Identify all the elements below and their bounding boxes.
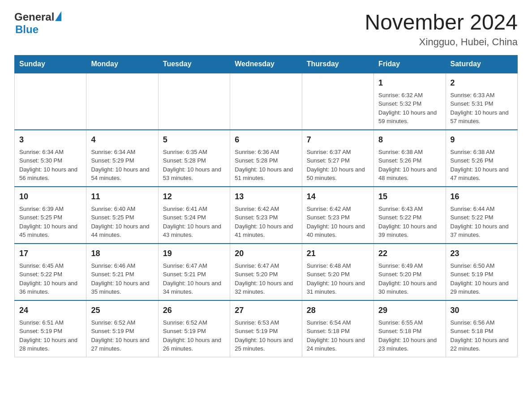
day-cell [86,73,158,130]
day-number: 30 [450,304,513,317]
day-cell: 15Sunrise: 6:43 AMSunset: 5:22 PMDayligh… [374,187,446,244]
day-info: Sunrise: 6:47 AMSunset: 5:20 PMDaylight:… [235,261,297,296]
day-number: 2 [450,77,513,89]
day-number: 6 [235,134,297,146]
day-info: Sunrise: 6:34 AMSunset: 5:29 PMDaylight:… [91,148,153,183]
day-info: Sunrise: 6:41 AMSunset: 5:24 PMDaylight:… [163,205,225,240]
day-number: 23 [450,248,513,260]
day-cell: 27Sunrise: 6:53 AMSunset: 5:19 PMDayligh… [230,300,302,357]
day-header-friday: Friday [374,55,446,73]
day-number: 29 [378,304,441,317]
day-cell [158,73,230,130]
day-number: 1 [378,77,441,89]
day-cell: 16Sunrise: 6:44 AMSunset: 5:22 PMDayligh… [446,187,517,244]
day-cell: 19Sunrise: 6:47 AMSunset: 5:21 PMDayligh… [158,244,230,300]
day-info: Sunrise: 6:35 AMSunset: 5:28 PMDaylight:… [163,148,225,183]
day-number: 3 [19,134,82,146]
day-number: 21 [307,248,369,260]
day-info: Sunrise: 6:39 AMSunset: 5:25 PMDaylight:… [19,205,82,240]
day-info: Sunrise: 6:51 AMSunset: 5:19 PMDaylight:… [19,318,82,353]
day-info: Sunrise: 6:52 AMSunset: 5:19 PMDaylight:… [91,318,153,353]
day-number: 18 [91,248,153,260]
day-number: 13 [235,191,297,203]
day-info: Sunrise: 6:36 AMSunset: 5:28 PMDaylight:… [235,148,297,183]
day-number: 16 [450,191,513,203]
day-header-monday: Monday [86,55,158,73]
day-cell: 17Sunrise: 6:45 AMSunset: 5:22 PMDayligh… [15,244,86,300]
day-info: Sunrise: 6:47 AMSunset: 5:21 PMDaylight:… [163,261,225,296]
day-number: 24 [19,304,82,317]
day-cell: 13Sunrise: 6:42 AMSunset: 5:23 PMDayligh… [230,187,302,244]
day-number: 14 [307,191,369,203]
logo-triangle-icon [55,11,61,21]
day-header-saturday: Saturday [446,55,517,73]
day-cell: 18Sunrise: 6:46 AMSunset: 5:21 PMDayligh… [86,244,158,300]
day-info: Sunrise: 6:37 AMSunset: 5:27 PMDaylight:… [307,148,369,183]
day-cell: 30Sunrise: 6:56 AMSunset: 5:18 PMDayligh… [446,300,517,357]
day-cell: 8Sunrise: 6:38 AMSunset: 5:26 PMDaylight… [374,130,446,187]
day-header-thursday: Thursday [302,55,373,73]
day-info: Sunrise: 6:32 AMSunset: 5:32 PMDaylight:… [378,91,441,126]
month-title: November 2024 [365,11,518,34]
day-info: Sunrise: 6:42 AMSunset: 5:23 PMDaylight:… [307,205,369,240]
day-cell: 24Sunrise: 6:51 AMSunset: 5:19 PMDayligh… [15,300,86,357]
day-number: 27 [235,304,297,317]
page-header: General Blue November 2024 Xingguo, Hube… [14,11,518,48]
day-cell [230,73,302,130]
day-info: Sunrise: 6:38 AMSunset: 5:26 PMDaylight:… [378,148,441,183]
day-cell: 3Sunrise: 6:34 AMSunset: 5:30 PMDaylight… [15,130,86,187]
day-number: 10 [19,191,82,203]
logo-blue-text: Blue [15,23,39,35]
day-cell: 28Sunrise: 6:54 AMSunset: 5:18 PMDayligh… [302,300,373,357]
day-info: Sunrise: 6:44 AMSunset: 5:22 PMDaylight:… [450,205,513,240]
day-header-tuesday: Tuesday [158,55,230,73]
day-number: 9 [450,134,513,146]
day-cell: 12Sunrise: 6:41 AMSunset: 5:24 PMDayligh… [158,187,230,244]
day-cell [302,73,373,130]
location-title: Xingguo, Hubei, China [365,36,518,48]
day-info: Sunrise: 6:34 AMSunset: 5:30 PMDaylight:… [19,148,82,183]
day-info: Sunrise: 6:40 AMSunset: 5:25 PMDaylight:… [91,205,153,240]
day-cell: 26Sunrise: 6:52 AMSunset: 5:19 PMDayligh… [158,300,230,357]
logo-general-text: General [14,11,54,23]
week-row-2: 3Sunrise: 6:34 AMSunset: 5:30 PMDaylight… [15,130,518,187]
day-cell: 2Sunrise: 6:33 AMSunset: 5:31 PMDaylight… [446,73,517,130]
day-number: 20 [235,248,297,260]
day-header-sunday: Sunday [15,55,86,73]
day-info: Sunrise: 6:55 AMSunset: 5:18 PMDaylight:… [378,318,441,353]
day-cell [15,73,86,130]
day-info: Sunrise: 6:56 AMSunset: 5:18 PMDaylight:… [450,318,513,353]
day-info: Sunrise: 6:33 AMSunset: 5:31 PMDaylight:… [450,91,513,126]
day-number: 26 [163,304,225,317]
day-cell: 20Sunrise: 6:47 AMSunset: 5:20 PMDayligh… [230,244,302,300]
day-number: 11 [91,191,153,203]
day-cell: 4Sunrise: 6:34 AMSunset: 5:29 PMDaylight… [86,130,158,187]
day-cell: 14Sunrise: 6:42 AMSunset: 5:23 PMDayligh… [302,187,373,244]
day-cell: 7Sunrise: 6:37 AMSunset: 5:27 PMDaylight… [302,130,373,187]
day-info: Sunrise: 6:43 AMSunset: 5:22 PMDaylight:… [378,205,441,240]
week-row-1: 1Sunrise: 6:32 AMSunset: 5:32 PMDaylight… [15,73,518,130]
title-block: November 2024 Xingguo, Hubei, China [365,11,518,48]
day-cell: 5Sunrise: 6:35 AMSunset: 5:28 PMDaylight… [158,130,230,187]
day-number: 4 [91,134,153,146]
day-number: 17 [19,248,82,260]
day-info: Sunrise: 6:54 AMSunset: 5:18 PMDaylight:… [307,318,369,353]
day-cell: 21Sunrise: 6:48 AMSunset: 5:20 PMDayligh… [302,244,373,300]
day-info: Sunrise: 6:42 AMSunset: 5:23 PMDaylight:… [235,205,297,240]
day-cell: 10Sunrise: 6:39 AMSunset: 5:25 PMDayligh… [15,187,86,244]
calendar-table: SundayMondayTuesdayWednesdayThursdayFrid… [14,55,518,357]
day-cell: 9Sunrise: 6:38 AMSunset: 5:26 PMDaylight… [446,130,517,187]
week-row-5: 24Sunrise: 6:51 AMSunset: 5:19 PMDayligh… [15,300,518,357]
day-cell: 23Sunrise: 6:50 AMSunset: 5:19 PMDayligh… [446,244,517,300]
day-number: 19 [163,248,225,260]
day-number: 8 [378,134,441,146]
day-info: Sunrise: 6:50 AMSunset: 5:19 PMDaylight:… [450,261,513,296]
day-number: 5 [163,134,225,146]
day-cell: 25Sunrise: 6:52 AMSunset: 5:19 PMDayligh… [86,300,158,357]
day-number: 25 [91,304,153,317]
day-info: Sunrise: 6:38 AMSunset: 5:26 PMDaylight:… [450,148,513,183]
day-cell: 1Sunrise: 6:32 AMSunset: 5:32 PMDaylight… [374,73,446,130]
day-cell: 11Sunrise: 6:40 AMSunset: 5:25 PMDayligh… [86,187,158,244]
day-info: Sunrise: 6:52 AMSunset: 5:19 PMDaylight:… [163,318,225,353]
week-row-3: 10Sunrise: 6:39 AMSunset: 5:25 PMDayligh… [15,187,518,244]
